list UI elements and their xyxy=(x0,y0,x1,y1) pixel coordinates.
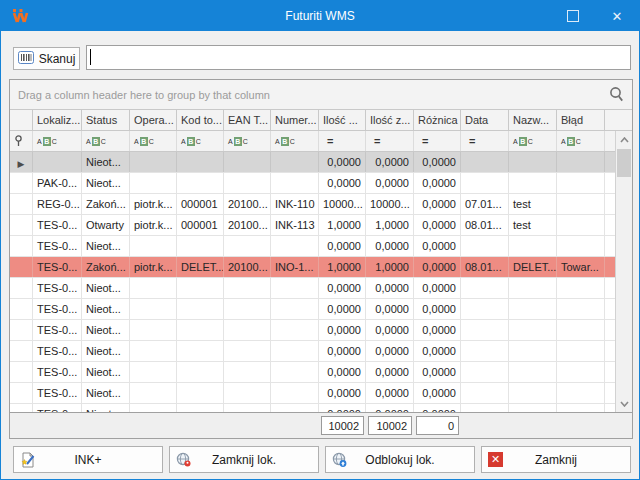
grid-cell[interactable] xyxy=(557,194,605,214)
column-header[interactable]: Data xyxy=(461,110,509,130)
row-indicator-header[interactable] xyxy=(10,110,33,130)
grid-cell[interactable]: Nieot... xyxy=(82,152,130,172)
grid-cell[interactable] xyxy=(224,173,271,193)
grid-cell[interactable]: Nieot... xyxy=(82,278,130,298)
grid-cell[interactable] xyxy=(509,173,557,193)
scrollbar-thumb[interactable] xyxy=(617,149,631,177)
grid-cell[interactable] xyxy=(271,173,319,193)
grid-cell[interactable] xyxy=(557,173,605,193)
grid-cell[interactable]: INK-110 xyxy=(271,194,319,214)
grid-cell[interactable] xyxy=(224,320,271,340)
grid-cell[interactable]: piotr.k... xyxy=(130,215,177,235)
grid-cell[interactable]: TES-0... xyxy=(33,341,82,361)
filter-cell[interactable]: ABC xyxy=(557,131,605,151)
grid-cell[interactable]: 1,0000 xyxy=(319,257,366,277)
grid-cell[interactable] xyxy=(224,341,271,361)
grid-cell[interactable] xyxy=(224,236,271,256)
grid-cell[interactable]: 08.01... xyxy=(461,215,509,235)
scroll-down-button[interactable] xyxy=(616,396,632,411)
grid-cell[interactable] xyxy=(509,152,557,172)
filter-cell[interactable]: ABC xyxy=(130,131,177,151)
grid-cell[interactable] xyxy=(130,236,177,256)
grid-cell[interactable]: 0,0000 xyxy=(414,404,461,412)
grid-cell[interactable] xyxy=(557,404,605,412)
grid-cell[interactable]: 0,0000 xyxy=(414,383,461,403)
table-row[interactable]: TES-0...Nieot...0,00000,00000,0000 xyxy=(10,299,617,320)
grid-cell[interactable] xyxy=(557,341,605,361)
grid-cell[interactable]: 0,0000 xyxy=(319,362,366,382)
grid-cell[interactable] xyxy=(557,299,605,319)
grid-cell[interactable] xyxy=(509,236,557,256)
grid-cell[interactable]: Zakoń... xyxy=(82,257,130,277)
filter-cell[interactable]: = xyxy=(414,131,461,151)
grid-cell[interactable] xyxy=(557,152,605,172)
grid-cell[interactable]: 0,0000 xyxy=(319,320,366,340)
grid-cell[interactable]: 0,0000 xyxy=(414,299,461,319)
grid-cell[interactable]: TES-0... xyxy=(33,404,82,412)
grid-cell[interactable] xyxy=(130,278,177,298)
filter-cell[interactable]: ABC xyxy=(224,131,271,151)
unlock-location-button[interactable]: Odblokuj lok. xyxy=(325,446,475,473)
table-row[interactable]: TES-0...Otwartypiotr.k...00000120100...I… xyxy=(10,215,617,236)
grid-cell[interactable] xyxy=(130,383,177,403)
table-row[interactable]: PAK-0...Nieot...0,00000,00000,0000 xyxy=(10,173,617,194)
grid-cell[interactable] xyxy=(557,362,605,382)
grid-cell[interactable] xyxy=(461,278,509,298)
grid-cell[interactable]: INK-113 xyxy=(271,215,319,235)
grid-cell[interactable]: 20100... xyxy=(224,257,271,277)
grid-cell[interactable] xyxy=(271,320,319,340)
grid-cell[interactable] xyxy=(130,362,177,382)
titlebar[interactable]: Futuriti WMS ✕ xyxy=(1,1,639,31)
grid-cell[interactable]: 0,0000 xyxy=(366,341,414,361)
grid-cell[interactable] xyxy=(224,383,271,403)
grid-cell[interactable]: 1,0000 xyxy=(366,257,414,277)
grid-cell[interactable]: Nieot... xyxy=(82,404,130,412)
column-header[interactable]: Ilość z... xyxy=(366,110,414,130)
grid-cell[interactable] xyxy=(461,236,509,256)
grid-cell[interactable] xyxy=(271,341,319,361)
grid-cell[interactable] xyxy=(130,404,177,412)
grid-cell[interactable]: 000001 xyxy=(177,194,224,214)
table-row[interactable]: REG-0...Zakoń...piotr.k...00000120100...… xyxy=(10,194,617,215)
grid-cell[interactable]: 1,0000 xyxy=(319,215,366,235)
grid-cell[interactable]: TES-0... xyxy=(33,215,82,235)
grid-cell[interactable]: INO-1... xyxy=(271,257,319,277)
grid-cell[interactable] xyxy=(130,320,177,340)
grid-cell[interactable]: TES-0... xyxy=(33,362,82,382)
grid-cell[interactable]: 0,0000 xyxy=(414,152,461,172)
grid-cell[interactable]: 0,0000 xyxy=(319,236,366,256)
grid-cell[interactable] xyxy=(130,341,177,361)
grid-cell[interactable] xyxy=(33,152,82,172)
grid-cell[interactable]: 0,0000 xyxy=(366,299,414,319)
table-row[interactable]: TES-0...Nieot...0,00000,00000,0000 xyxy=(10,383,617,404)
grid-cell[interactable] xyxy=(461,152,509,172)
grid-cell[interactable]: piotr.k... xyxy=(130,257,177,277)
grid-cell[interactable] xyxy=(461,362,509,382)
grid-cell[interactable] xyxy=(271,404,319,412)
table-row[interactable]: TES-0...Nieot...0,00000,00000,0000 xyxy=(10,320,617,341)
scan-button[interactable]: Skanuj xyxy=(13,47,80,70)
grid-cell[interactable] xyxy=(271,383,319,403)
column-header[interactable]: Numer... xyxy=(271,110,319,130)
grid-cell[interactable] xyxy=(177,278,224,298)
grid-cell[interactable] xyxy=(461,299,509,319)
grid-cell[interactable] xyxy=(461,173,509,193)
column-header[interactable]: Lokaliz... xyxy=(33,110,82,130)
grid-cell[interactable] xyxy=(271,152,319,172)
grid-cell[interactable]: 20100... xyxy=(224,194,271,214)
grid-cell[interactable]: TES-0... xyxy=(33,320,82,340)
vertical-scrollbar[interactable] xyxy=(615,131,632,412)
grid-cell[interactable] xyxy=(461,383,509,403)
column-header[interactable]: Opera... xyxy=(130,110,177,130)
table-row[interactable]: TES-0...Nieot...0,00000,00000,0000 xyxy=(10,236,617,257)
grid-cell[interactable] xyxy=(177,299,224,319)
grid-cell[interactable] xyxy=(557,278,605,298)
grid-cell[interactable]: TES-0... xyxy=(33,236,82,256)
grid-cell[interactable] xyxy=(509,299,557,319)
grid-cell[interactable]: 0,0000 xyxy=(366,152,414,172)
filter-cell[interactable]: ABC xyxy=(271,131,319,151)
grid-cell[interactable]: Nieot... xyxy=(82,236,130,256)
grid-cell[interactable]: TES-0... xyxy=(33,383,82,403)
table-row[interactable]: TES-0...Zakoń...piotr.k...DELET...20100.… xyxy=(10,257,617,278)
grid-cell[interactable] xyxy=(177,236,224,256)
